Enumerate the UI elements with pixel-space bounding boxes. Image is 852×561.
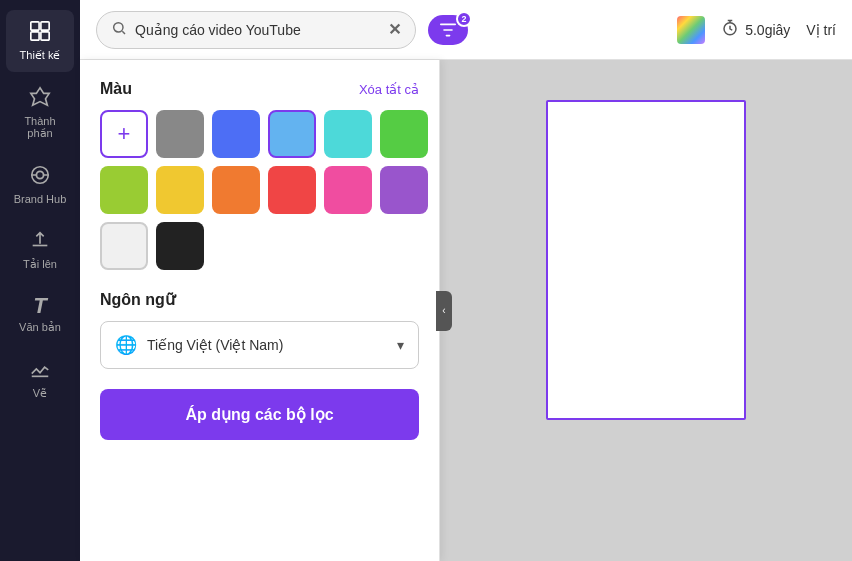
color-swatch-pink[interactable] (324, 166, 372, 214)
color-swatch-purple[interactable] (380, 166, 428, 214)
sidebar: Thiết kế Thành phần Brand Hub Tải lên (0, 0, 80, 561)
color-section-header: Màu Xóa tất cả (100, 80, 419, 98)
topbar: ✕ 2 5.0giây Vị trí (80, 0, 852, 60)
sidebar-item-thiet-ke[interactable]: Thiết kế (6, 10, 74, 72)
color-swatch-blue[interactable] (212, 110, 260, 158)
timer-icon (721, 19, 739, 41)
apply-filters-button[interactable]: Áp dụng các bộ lọc (100, 389, 419, 440)
brand-hub-icon (29, 164, 51, 189)
add-plus-icon: + (118, 123, 131, 145)
sidebar-item-label: Vẽ (33, 387, 47, 400)
add-color-button[interactable]: + (100, 110, 148, 158)
globe-icon: 🌐 (115, 334, 137, 356)
color-gradient-button[interactable] (677, 16, 705, 44)
search-input[interactable] (135, 22, 380, 38)
color-swatch-yellow[interactable] (156, 166, 204, 214)
van-ban-icon: T (33, 295, 46, 317)
svg-rect-2 (31, 32, 39, 40)
sidebar-item-ve[interactable]: Vẽ (6, 348, 74, 410)
language-dropdown[interactable]: 🌐 Tiếng Việt (Việt Nam) ▾ (100, 321, 419, 369)
canvas-frame (546, 100, 746, 420)
search-bar: ✕ (96, 11, 416, 49)
color-swatch-lime[interactable] (100, 166, 148, 214)
content-area: Màu Xóa tất cả + (80, 60, 852, 561)
color-section: Màu Xóa tất cả + (100, 80, 419, 270)
color-swatch-green[interactable] (380, 110, 428, 158)
panel-collapse-handle[interactable]: ‹ (436, 291, 452, 331)
color-swatch-cyan[interactable] (324, 110, 372, 158)
color-swatch-white[interactable] (100, 222, 148, 270)
ve-icon (29, 358, 51, 383)
timer-display: 5.0giây (721, 19, 790, 41)
sidebar-item-label: Brand Hub (14, 193, 67, 205)
filter-panel: Màu Xóa tất cả + (80, 60, 440, 561)
filter-button[interactable]: 2 (428, 15, 468, 45)
tai-len-icon (29, 229, 51, 254)
color-swatch-light-blue[interactable] (268, 110, 316, 158)
sidebar-item-brand-hub[interactable]: Brand Hub (6, 154, 74, 215)
language-section: Ngôn ngữ 🌐 Tiếng Việt (Việt Nam) ▾ (100, 290, 419, 369)
search-icon (111, 20, 127, 40)
chevron-down-icon: ▾ (397, 337, 404, 353)
sidebar-item-label: Tải lên (23, 258, 57, 271)
clear-all-button[interactable]: Xóa tất cả (359, 82, 419, 97)
search-clear-button[interactable]: ✕ (388, 20, 401, 39)
language-selected-value: Tiếng Việt (Việt Nam) (147, 337, 387, 353)
filter-badge: 2 (456, 11, 472, 27)
color-section-title: Màu (100, 80, 132, 98)
sidebar-item-thanh-phan[interactable]: Thành phần (6, 76, 74, 150)
sidebar-item-van-ban[interactable]: T Văn bản (6, 285, 74, 344)
main-area: ✕ 2 5.0giây Vị trí (80, 0, 852, 561)
thanh-phan-icon (29, 86, 51, 111)
sidebar-item-label: Thành phần (12, 115, 68, 140)
color-swatch-orange[interactable] (212, 166, 260, 214)
svg-rect-3 (41, 32, 49, 40)
sidebar-item-label: Văn bản (19, 321, 61, 334)
timer-value: 5.0giây (745, 22, 790, 38)
color-grid: + (100, 110, 419, 270)
svg-rect-1 (41, 22, 49, 30)
canvas-area (440, 60, 852, 561)
svg-point-5 (36, 171, 43, 178)
svg-point-6 (114, 22, 123, 31)
sidebar-item-label: Thiết kế (20, 49, 61, 62)
location-button[interactable]: Vị trí (806, 22, 836, 38)
sidebar-item-tai-len[interactable]: Tải lên (6, 219, 74, 281)
svg-rect-0 (31, 22, 39, 30)
thiet-ke-icon (29, 20, 51, 45)
color-swatch-red[interactable] (268, 166, 316, 214)
color-swatch-gray[interactable] (156, 110, 204, 158)
color-swatch-black[interactable] (156, 222, 204, 270)
language-section-title: Ngôn ngữ (100, 290, 175, 309)
topbar-right: 5.0giây Vị trí (677, 16, 836, 44)
language-section-header: Ngôn ngữ (100, 290, 419, 309)
